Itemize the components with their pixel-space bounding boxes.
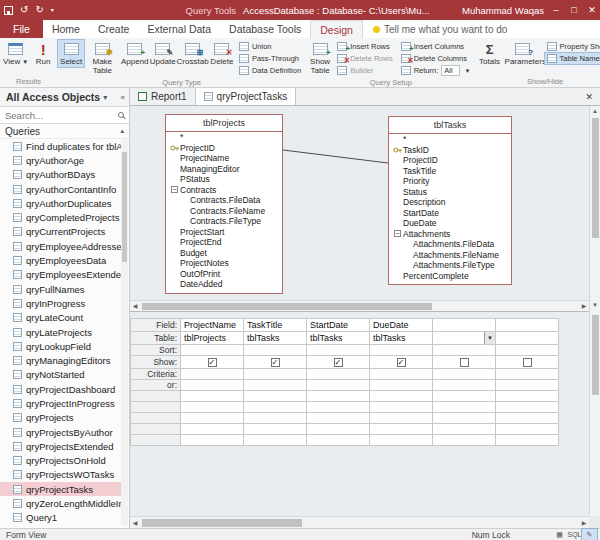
show-checkbox[interactable] xyxy=(460,358,469,367)
append-button[interactable]: + Append xyxy=(120,40,149,67)
maximize-button[interactable]: □ xyxy=(568,5,580,15)
field-row[interactable]: Contracts.FileName xyxy=(166,206,282,217)
run-button[interactable]: ! Run xyxy=(30,40,56,67)
design-horizontal-scrollbar[interactable]: ◀ ▶ xyxy=(130,300,589,311)
nav-item-qryauthorcontantinfo[interactable]: qryAuthorContantInfo xyxy=(0,182,128,196)
field-row[interactable]: PStatus xyxy=(166,174,282,185)
nav-item-qrylatecount[interactable]: qryLateCount xyxy=(0,311,128,325)
nav-search-box[interactable] xyxy=(0,107,129,124)
grid-table-cell[interactable]: tblTasks xyxy=(370,332,433,345)
tab-design[interactable]: Design xyxy=(310,20,363,38)
crosstab-button[interactable]: ⊞ Crosstab xyxy=(176,40,209,67)
scrollbar-thumb[interactable] xyxy=(592,315,599,395)
grid-show-cell[interactable] xyxy=(181,356,244,369)
grid-vertical-scrollbar[interactable] xyxy=(589,311,600,516)
pass-through-button[interactable]: Pass-Through xyxy=(237,53,303,64)
nav-pane-header[interactable]: All Access Objects ▾ « xyxy=(0,88,129,107)
design-view-button[interactable]: ✎ xyxy=(582,529,597,540)
close-tab-icon[interactable]: ✕ xyxy=(578,88,600,105)
grid-criteria-cell[interactable] xyxy=(370,369,433,380)
grid-empty-cell[interactable] xyxy=(433,402,496,413)
grid-criteria-cell[interactable] xyxy=(496,369,559,380)
field-row[interactable]: * xyxy=(389,134,511,145)
design-surface[interactable]: tblProjects*ProjectIDProjectNameManaging… xyxy=(130,106,589,300)
field-row[interactable]: Contracts.FileType xyxy=(166,216,282,227)
nav-item-qrycompletedprojects[interactable]: qryCompletedProjects xyxy=(0,210,128,224)
show-checkbox[interactable] xyxy=(397,358,406,367)
grid-sort-cell[interactable] xyxy=(433,345,496,356)
grid-empty-cell[interactable] xyxy=(496,402,559,413)
data-definition-button[interactable]: Data Definition xyxy=(237,65,303,76)
scrollbar-thumb[interactable] xyxy=(142,519,302,527)
tab-qryprojecttasks[interactable]: qryProjectTasks xyxy=(196,88,297,105)
grid-horizontal-scrollbar[interactable]: ◀ ▶ xyxy=(130,516,589,528)
nav-item-qryprojectsonhold[interactable]: qryProjectsOnHold xyxy=(0,454,128,468)
grid-empty-cell[interactable] xyxy=(181,391,244,402)
grid-or-cell[interactable] xyxy=(370,380,433,391)
tab-database-tools[interactable]: Database Tools xyxy=(220,20,310,38)
grid-empty-cell[interactable] xyxy=(370,391,433,402)
field-row[interactable]: TaskTitle xyxy=(389,166,511,177)
nav-item-qryfullnames[interactable]: qryFullNames xyxy=(0,282,128,296)
grid-empty-cell[interactable] xyxy=(496,424,559,435)
parameters-button[interactable]: ? Parameters xyxy=(503,40,543,67)
field-row[interactable]: Attachments.FileData xyxy=(389,239,511,250)
builder-button[interactable]: Builder xyxy=(335,65,395,76)
design-vertical-scrollbar[interactable]: ▲ ▼ xyxy=(589,106,600,311)
scroll-down-icon[interactable]: ▼ xyxy=(590,300,600,311)
grid-table-cell[interactable]: ▼ xyxy=(433,332,496,345)
combo-dropdown-icon[interactable]: ▼ xyxy=(484,332,495,344)
tab-external-data[interactable]: External Data xyxy=(138,20,220,38)
tab-report1[interactable]: Report1 xyxy=(130,88,196,105)
show-checkbox[interactable] xyxy=(271,358,280,367)
show-checkbox[interactable] xyxy=(523,358,532,367)
shutter-bar-icon[interactable]: « xyxy=(121,93,125,102)
grid-show-cell[interactable] xyxy=(496,356,559,369)
nav-item-qryprojectsbyauthor[interactable]: qryProjectsByAuthor xyxy=(0,425,128,439)
table-names-button[interactable]: Table Names xyxy=(545,53,600,64)
grid-empty-cell[interactable] xyxy=(370,424,433,435)
grid-empty-cell[interactable] xyxy=(244,402,307,413)
grid-empty-cell[interactable] xyxy=(370,413,433,424)
field-row[interactable]: Budget xyxy=(166,248,282,259)
field-row[interactable]: ProjectID xyxy=(389,155,511,166)
customize-quick-access-icon[interactable]: ▾ xyxy=(51,0,54,20)
grid-show-cell[interactable] xyxy=(307,356,370,369)
grid-empty-cell[interactable] xyxy=(433,424,496,435)
grid-empty-cell[interactable] xyxy=(181,413,244,424)
redo-icon[interactable]: ↻ xyxy=(35,0,43,20)
grid-or-cell[interactable] xyxy=(433,380,496,391)
nav-item-qrynotstarted[interactable]: qryNotStarted xyxy=(0,368,128,382)
grid-field-cell[interactable]: TaskTitle xyxy=(244,319,307,332)
grid-table-cell[interactable]: tblTasks xyxy=(244,332,307,345)
grid-empty-cell[interactable] xyxy=(307,424,370,435)
show-checkbox[interactable] xyxy=(334,358,343,367)
field-row[interactable]: Attachments.FileType xyxy=(389,260,511,271)
field-row[interactable]: ProjectNotes xyxy=(166,258,282,269)
grid-empty-cell[interactable] xyxy=(244,435,307,446)
show-checkbox[interactable] xyxy=(208,358,217,367)
scroll-up-icon[interactable]: ▲ xyxy=(590,106,600,117)
nav-item-qryauthorage[interactable]: qryAuthorAge xyxy=(0,153,128,167)
grid-empty-cell[interactable] xyxy=(370,435,433,446)
grid-sort-cell[interactable] xyxy=(307,345,370,356)
user-name[interactable]: Muhammad Waqas xyxy=(462,5,544,16)
field-row[interactable]: ProjectStart xyxy=(166,227,282,238)
delete-rows-button[interactable]: ✕ Delete Rows xyxy=(335,53,395,64)
insert-rows-button[interactable]: + Insert Rows xyxy=(335,41,395,52)
grid-empty-cell[interactable] xyxy=(181,435,244,446)
grid-empty-cell[interactable] xyxy=(433,391,496,402)
delete-columns-button[interactable]: ✕ Delete Columns xyxy=(399,53,473,64)
nav-item-query1[interactable]: Query1 xyxy=(0,511,128,525)
grid-table-cell[interactable]: tblTasks xyxy=(307,332,370,345)
field-row[interactable]: Description xyxy=(389,197,511,208)
grid-criteria-cell[interactable] xyxy=(181,369,244,380)
nav-item-qryemployeesextended[interactable]: qryEmployeesExtended xyxy=(0,268,128,282)
field-row[interactable]: PercentComplete xyxy=(389,271,511,282)
return-dropdown[interactable]: Return: All ▼ xyxy=(399,65,473,76)
tab-create[interactable]: Create xyxy=(89,20,139,38)
nav-item-qryprojectinprogress[interactable]: qryProjectInProgress xyxy=(0,396,128,410)
nav-item-qryprojectdashboard[interactable]: qryProjectDashboard xyxy=(0,382,128,396)
grid-or-cell[interactable] xyxy=(307,380,370,391)
grid-field-cell[interactable]: StartDate xyxy=(307,319,370,332)
